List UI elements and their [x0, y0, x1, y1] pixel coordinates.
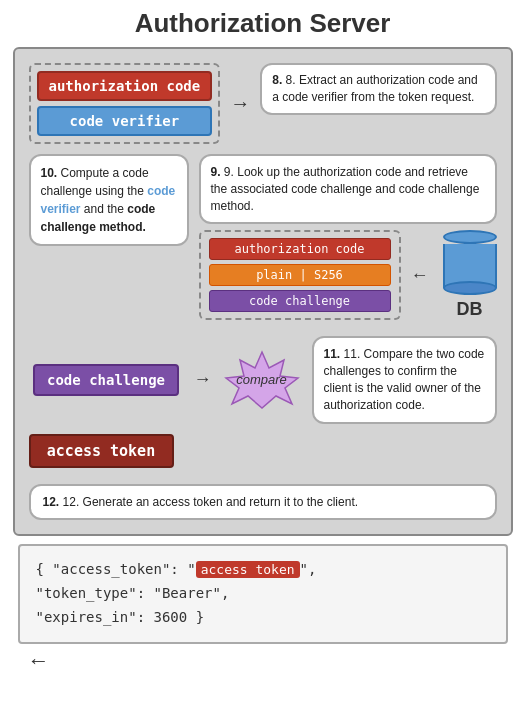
step9-bubble: 9. 9. Look up the authorization code and…	[199, 154, 497, 224]
step12-bubble: 12. 12. Generate an access token and ret…	[29, 484, 497, 521]
bottom-left-arrow: ←	[28, 648, 50, 674]
compare-starburst: compare	[222, 350, 302, 410]
code-line1: { "access_token": "access token",	[36, 558, 490, 582]
step8-bubble: 8. 8. Extract an authorization code and …	[260, 63, 496, 115]
step10-bubble: 10. Compute a code challenge using the c…	[29, 154, 189, 246]
input-dashed-box: authorization code code verifier	[29, 63, 221, 144]
code-challenge-badge-db: code challenge	[209, 290, 391, 312]
plain-s256-badge: plain | S256	[209, 264, 391, 286]
auth-server-box: authorization code code verifier → 8. 8.…	[13, 47, 513, 536]
page-title: Authorization Server	[135, 8, 391, 39]
right-col: 9. 9. Look up the authorization code and…	[199, 154, 497, 320]
db-dashed-box: authorization code plain | S256 code cha…	[199, 230, 401, 320]
db-row: authorization code plain | S256 code cha…	[199, 230, 497, 320]
db-cylinder-top	[443, 230, 497, 244]
code-line2: "token_type": "Bearer",	[36, 582, 490, 606]
code-block: { "access_token": "access token", "token…	[18, 544, 508, 643]
auth-code-badge-db: authorization code	[209, 238, 391, 260]
auth-code-badge-top: authorization code	[37, 71, 213, 101]
access-token-badge: access token	[29, 434, 174, 468]
code-verifier-badge: code verifier	[37, 106, 213, 136]
db-cylinder-bottom	[443, 281, 497, 295]
step11-bubble: 11. 11. Compare the two code challenges …	[312, 336, 497, 423]
row1: authorization code code verifier → 8. 8.…	[29, 63, 497, 144]
outer-container: Authorization Server authorization code …	[10, 8, 515, 678]
compare-label: compare	[236, 372, 287, 387]
db-label: DB	[457, 299, 483, 320]
row4: access token	[29, 434, 497, 468]
code-challenge-badge: code challenge	[33, 364, 179, 396]
code-line3: "expires_in": 3600 }	[36, 606, 490, 630]
access-token-inline-badge: access token	[196, 561, 300, 578]
row3: code challenge → compare 11. 11. Compare…	[29, 336, 497, 423]
row2: 10. Compute a code challenge using the c…	[29, 154, 497, 320]
